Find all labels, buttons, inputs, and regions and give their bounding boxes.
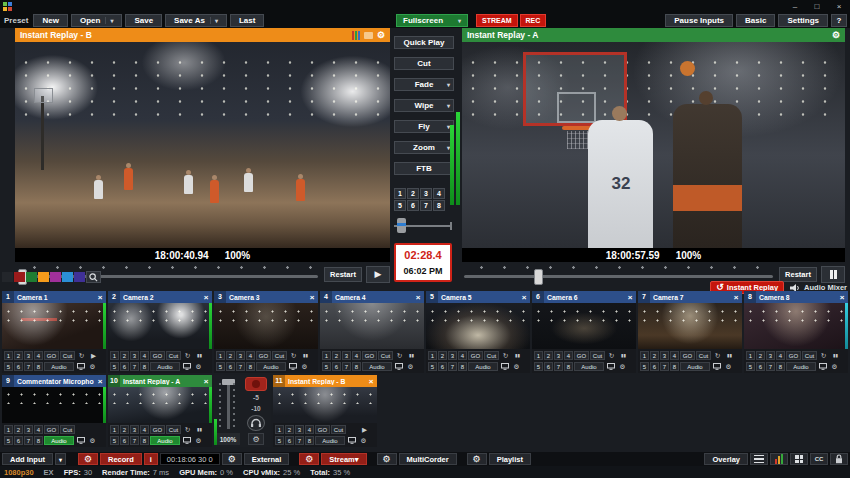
- loop-icon[interactable]: ↻: [818, 351, 829, 360]
- overlay-2-button[interactable]: 2: [14, 425, 23, 434]
- color-swatch[interactable]: [50, 272, 61, 282]
- gear-icon[interactable]: ⚙: [617, 362, 628, 371]
- transport-button[interactable]: ▮▮: [194, 351, 205, 360]
- cut-button[interactable]: Cut: [378, 351, 393, 360]
- input-tile[interactable]: 11 Instant Replay - B × 1 2 3 4 GO Cut ↻…: [273, 375, 377, 447]
- external-button[interactable]: External: [244, 453, 290, 465]
- tbar-handle[interactable]: [397, 218, 406, 233]
- audio-button[interactable]: Audio: [44, 362, 74, 371]
- overlay-8-button[interactable]: 8: [564, 362, 573, 371]
- monitor-icon[interactable]: [75, 436, 86, 445]
- overlay-1-button[interactable]: 1: [322, 351, 331, 360]
- monitor-icon[interactable]: [181, 362, 192, 371]
- overlay-1-button[interactable]: 1: [746, 351, 755, 360]
- overlay-1-button[interactable]: 1: [110, 351, 119, 360]
- overlay-8-button[interactable]: 8: [34, 436, 43, 445]
- input-thumbnail[interactable]: [426, 303, 530, 349]
- cut-button[interactable]: Cut: [166, 351, 181, 360]
- input-tile[interactable]: 6 Camera 6 × 1 2 3 4 GO Cut ↻ ▮▮ 5 6 7 8…: [532, 291, 636, 373]
- loop-icon[interactable]: ↻: [288, 351, 299, 360]
- overlay-3-button[interactable]: 3: [295, 425, 304, 434]
- input-thumbnail[interactable]: [2, 303, 106, 349]
- close-icon[interactable]: ×: [200, 293, 212, 302]
- overlay-7-button[interactable]: 7: [24, 436, 33, 445]
- input-tile[interactable]: 10 Instant Replay - A × 1 2 3 4 GO Cut ↻…: [108, 375, 212, 447]
- overlay-8-button[interactable]: 8: [246, 362, 255, 371]
- overlay-6-button[interactable]: 6: [650, 362, 659, 371]
- open-button[interactable]: Open▾: [71, 14, 122, 27]
- overlay-8-button[interactable]: 8: [670, 362, 679, 371]
- transport-button[interactable]: ▮▮: [512, 351, 523, 360]
- monitor-icon[interactable]: [181, 436, 192, 445]
- overlay-1-button[interactable]: 1: [534, 351, 543, 360]
- external-settings-gear-icon[interactable]: ⚙: [222, 453, 242, 465]
- transport-button[interactable]: ▮▮: [406, 351, 417, 360]
- new-button[interactable]: New: [33, 14, 67, 27]
- number-button[interactable]: 1: [394, 188, 406, 199]
- snapshot-icon[interactable]: [364, 32, 373, 39]
- transport-button[interactable]: ▶: [88, 351, 99, 360]
- overlay-6-button[interactable]: 6: [14, 362, 23, 371]
- master-mute-button[interactable]: [245, 377, 267, 391]
- close-icon[interactable]: ×: [518, 293, 530, 302]
- cut-button[interactable]: Cut: [60, 351, 75, 360]
- input-thumbnail[interactable]: [273, 387, 377, 423]
- input-tile[interactable]: 1 Camera 1 × 1 2 3 4 GO Cut ↻ ▶ 5 6 7 8 …: [2, 291, 106, 373]
- input-tile-header[interactable]: 7 Camera 7 ×: [638, 291, 742, 303]
- color-swatch[interactable]: [2, 272, 13, 282]
- transport-button[interactable]: ▮▮: [194, 425, 205, 434]
- monitor-icon[interactable]: [393, 362, 404, 371]
- ftb-button[interactable]: FTB: [394, 162, 454, 175]
- overlay-3-button[interactable]: 3: [554, 351, 563, 360]
- overlay-3-button[interactable]: 3: [660, 351, 669, 360]
- input-tile-header[interactable]: 5 Camera 5 ×: [426, 291, 530, 303]
- chevron-down-icon[interactable]: ▾: [447, 81, 450, 88]
- overlay-2-button[interactable]: 2: [285, 425, 294, 434]
- overlay-5-button[interactable]: 5: [4, 436, 13, 445]
- chevron-down-icon[interactable]: ▾: [210, 17, 218, 24]
- overlay-8-button[interactable]: 8: [140, 362, 149, 371]
- input-tile-header[interactable]: 6 Camera 6 ×: [532, 291, 636, 303]
- rec-indicator[interactable]: REC: [520, 14, 547, 27]
- overlay-7-button[interactable]: 7: [24, 362, 33, 371]
- minimize-button[interactable]: –: [784, 0, 806, 13]
- overlay-1-button[interactable]: 1: [216, 351, 225, 360]
- audio-button[interactable]: Audio: [150, 436, 180, 445]
- lock-icon[interactable]: [830, 453, 848, 465]
- overlay-6-button[interactable]: 6: [756, 362, 765, 371]
- record-button[interactable]: Record: [100, 453, 142, 465]
- input-tile[interactable]: 9 Commentator Microphone × 1 2 3 4 GO Cu…: [2, 375, 106, 447]
- overlay-4-button[interactable]: 4: [34, 425, 43, 434]
- go-button[interactable]: GO: [150, 425, 165, 434]
- fade-button[interactable]: Fade▾: [394, 78, 454, 91]
- audio-button[interactable]: Audio: [315, 436, 345, 445]
- audio-button[interactable]: Audio: [786, 362, 816, 371]
- overlay-5-button[interactable]: 5: [428, 362, 437, 371]
- overlay-4-button[interactable]: 4: [352, 351, 361, 360]
- color-swatch[interactable]: [74, 272, 85, 282]
- input-thumbnail[interactable]: [108, 303, 212, 349]
- wipe-button[interactable]: Wipe▾: [394, 99, 454, 112]
- number-button[interactable]: 5: [394, 200, 406, 211]
- basic-button[interactable]: Basic: [736, 14, 775, 27]
- input-thumbnail[interactable]: [214, 303, 318, 349]
- number-button[interactable]: 2: [407, 188, 419, 199]
- overlay-4-button[interactable]: 4: [34, 351, 43, 360]
- go-button[interactable]: GO: [256, 351, 271, 360]
- multicorder-button[interactable]: MultiCorder: [399, 453, 457, 465]
- chevron-down-icon[interactable]: ▾: [447, 102, 450, 109]
- overlay-2-button[interactable]: 2: [226, 351, 235, 360]
- audio-button[interactable]: Audio: [468, 362, 498, 371]
- overlay-4-button[interactable]: 4: [458, 351, 467, 360]
- transport-button[interactable]: ▮▮: [300, 351, 311, 360]
- overlay-3-button[interactable]: 3: [236, 351, 245, 360]
- overlay-5-button[interactable]: 5: [746, 362, 755, 371]
- overlay-6-button[interactable]: 6: [544, 362, 553, 371]
- cut-button[interactable]: Cut: [484, 351, 499, 360]
- overlay-3-button[interactable]: 3: [24, 351, 33, 360]
- overlay-4-button[interactable]: 4: [670, 351, 679, 360]
- overlay-3-button[interactable]: 3: [130, 351, 139, 360]
- overlay-7-button[interactable]: 7: [130, 436, 139, 445]
- cut-button[interactable]: Cut: [166, 425, 181, 434]
- cut-button[interactable]: Cut: [394, 57, 454, 70]
